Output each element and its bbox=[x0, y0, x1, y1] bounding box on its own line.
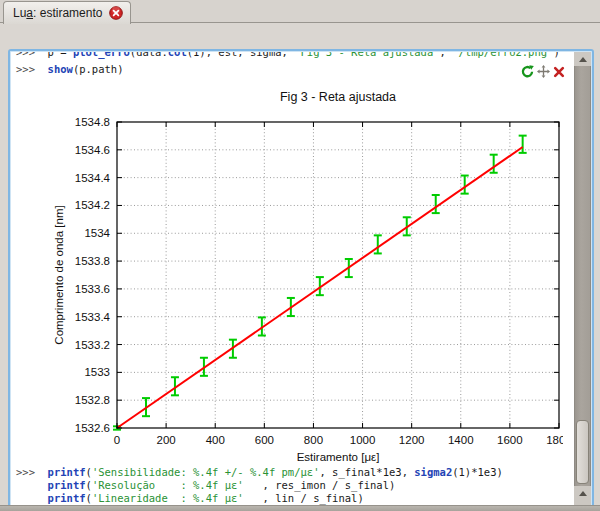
svg-text:1800: 1800 bbox=[546, 434, 563, 446]
svg-text:800: 800 bbox=[304, 434, 323, 446]
svg-text:1534.6: 1534.6 bbox=[75, 144, 110, 156]
up-arrow-icon bbox=[579, 57, 587, 62]
window-pane: >>> p = plot_erro(data:col(1), est, sigm… bbox=[0, 23, 600, 506]
svg-text:1532.6: 1532.6 bbox=[75, 422, 110, 434]
svg-text:400: 400 bbox=[206, 434, 225, 446]
svg-text:1534.4: 1534.4 bbox=[75, 172, 111, 184]
console-viewport[interactable]: >>> p = plot_erro(data:col(1), est, sigm… bbox=[11, 52, 574, 511]
refresh-icon[interactable] bbox=[521, 65, 534, 78]
svg-text:Comprimento de onda [nm]: Comprimento de onda [nm] bbox=[53, 205, 65, 344]
svg-text:0: 0 bbox=[114, 434, 120, 446]
lua-console-window: Lua: estiramento >>> p = plot_erro(data:… bbox=[0, 0, 600, 511]
svg-text:1400: 1400 bbox=[448, 434, 474, 446]
svg-text:Estiramento [με]: Estiramento [με] bbox=[297, 451, 380, 463]
console-code-line: >>> p = plot_erro(data:col(1), est, sigm… bbox=[16, 52, 534, 61]
svg-text:1532.8: 1532.8 bbox=[75, 394, 110, 406]
up-arrow-icon bbox=[579, 491, 587, 496]
console-code-line: >>> printf('Sensibilidade: %.4f +/- %.4f… bbox=[16, 466, 503, 479]
vertical-scroll-thumb[interactable] bbox=[576, 420, 589, 484]
tab-close-icon[interactable] bbox=[109, 6, 123, 20]
console-area[interactable]: >>> p = plot_erro(data:col(1), est, sigm… bbox=[8, 49, 594, 511]
svg-text:1533.4: 1533.4 bbox=[75, 311, 111, 323]
svg-text:1600: 1600 bbox=[497, 434, 523, 446]
svg-text:1000: 1000 bbox=[350, 434, 376, 446]
console-code-line: >>> show(p.path) bbox=[16, 61, 534, 78]
console-code-line: printf('Linearidade : %.4f με' , lin / s… bbox=[16, 492, 503, 505]
window-bottom-border bbox=[0, 505, 600, 511]
embedded-plot-image: 0200400600800100012001400160018001532.61… bbox=[51, 84, 563, 476]
plot-toolbar bbox=[521, 65, 565, 78]
svg-text:1533.8: 1533.8 bbox=[75, 255, 110, 267]
vertical-scrollbar[interactable] bbox=[574, 52, 591, 511]
scroll-up-button[interactable] bbox=[574, 52, 591, 66]
svg-text:200: 200 bbox=[157, 434, 176, 446]
svg-text:Fig 3 - Reta ajustada: Fig 3 - Reta ajustada bbox=[280, 90, 396, 104]
scroll-up-button-2[interactable] bbox=[574, 486, 591, 500]
close-plot-icon[interactable] bbox=[553, 66, 565, 78]
svg-text:1534: 1534 bbox=[84, 227, 110, 239]
svg-text:1533.6: 1533.6 bbox=[75, 283, 110, 295]
svg-text:1534.2: 1534.2 bbox=[75, 199, 110, 211]
tab-label: Lua: estiramento bbox=[13, 6, 102, 20]
svg-text:600: 600 bbox=[255, 434, 274, 446]
vertical-scroll-track[interactable] bbox=[574, 66, 591, 486]
svg-text:1534.8: 1534.8 bbox=[75, 116, 110, 128]
console-top-code: >>> p = plot_erro(data:col(1), est, sigm… bbox=[16, 52, 534, 78]
console-code-line: printf('Resolução : %.4f με' , res_imon … bbox=[16, 479, 503, 492]
svg-text:1200: 1200 bbox=[399, 434, 425, 446]
tab-lua-estiramento[interactable]: Lua: estiramento bbox=[3, 1, 131, 24]
svg-text:1533: 1533 bbox=[84, 366, 110, 378]
svg-text:1533.2: 1533.2 bbox=[75, 339, 110, 351]
move-icon[interactable] bbox=[537, 65, 550, 78]
